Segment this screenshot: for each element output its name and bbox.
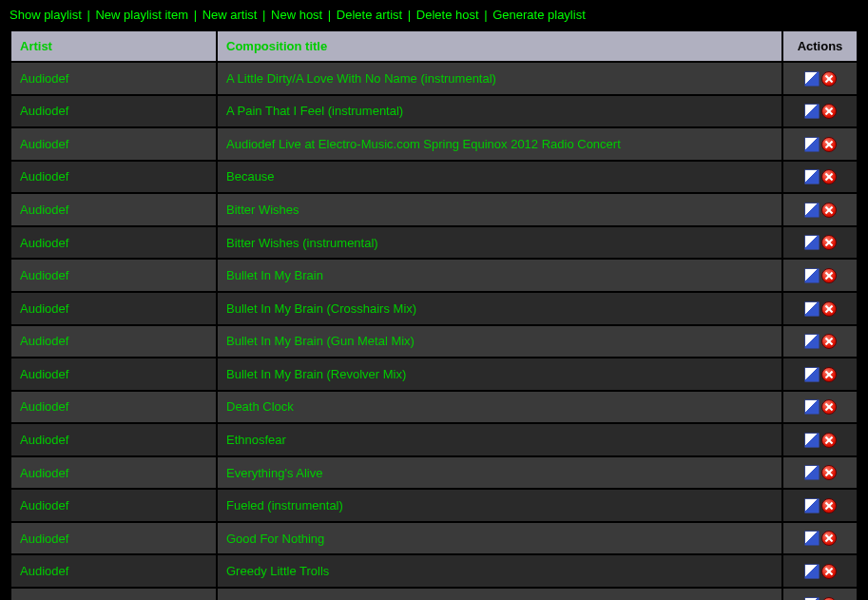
delete-icon[interactable]	[821, 169, 837, 184]
actions-cell	[783, 490, 857, 521]
title-link[interactable]: Because	[226, 169, 275, 184]
edit-icon[interactable]	[804, 564, 820, 579]
artist-link[interactable]: Audiodef	[20, 71, 68, 86]
title-link[interactable]: Greedy Little Trolls	[226, 564, 329, 578]
artist-link[interactable]: Audiodef	[20, 466, 68, 480]
edit-icon[interactable]	[804, 203, 820, 218]
artist-link[interactable]: Audiodef	[20, 532, 68, 546]
edit-icon[interactable]	[804, 597, 820, 600]
nav-generate-playlist[interactable]: Generate playlist	[492, 8, 586, 22]
artist-link[interactable]: Audiodef	[20, 334, 68, 348]
edit-icon[interactable]	[804, 235, 820, 250]
table-row: AudiodefGood For Nothing	[11, 523, 857, 554]
title-link[interactable]: Good For Nothing	[226, 532, 324, 546]
artist-cell: Audiodef	[11, 194, 216, 225]
delete-icon[interactable]	[821, 564, 837, 579]
nav-separator: |	[190, 8, 201, 22]
nav-delete-host[interactable]: Delete host	[416, 8, 479, 22]
title-link[interactable]: Bullet In My Brain	[226, 268, 323, 282]
title-link[interactable]: Audiodef Live at Electro-Music.com Sprin…	[226, 137, 621, 151]
title-cell: Audiodef Live at Electro-Music.com Sprin…	[218, 128, 781, 160]
edit-icon[interactable]	[804, 104, 820, 119]
title-link[interactable]: Bullet In My Brain (Revolver Mix)	[226, 367, 406, 381]
edit-icon[interactable]	[804, 433, 820, 448]
artist-link[interactable]: Audiodef	[20, 268, 68, 282]
title-link[interactable]: Death Clock	[226, 399, 294, 414]
title-link[interactable]: Ethnosfear	[226, 433, 286, 447]
nav-delete-artist[interactable]: Delete artist	[337, 8, 402, 22]
artist-cell: Audiodef	[11, 128, 216, 160]
artist-link[interactable]: Audiodef	[20, 203, 68, 217]
artist-column-header[interactable]: Artist	[11, 31, 216, 61]
artist-link[interactable]: Audiodef	[20, 301, 68, 316]
actions-cell	[783, 293, 857, 324]
nav-new-artist[interactable]: New artist	[203, 8, 258, 22]
title-link[interactable]: Everything's Alive	[226, 466, 322, 480]
actions-cell	[783, 63, 857, 94]
edit-icon[interactable]	[804, 301, 820, 317]
title-cell: Bullet In My Brain (Revolver Mix)	[218, 358, 781, 390]
artist-link[interactable]: Audiodef	[20, 169, 68, 184]
artist-link[interactable]: Audiodef	[20, 236, 68, 250]
title-link[interactable]: Bitter Wishes	[226, 203, 299, 217]
delete-icon[interactable]	[821, 137, 837, 152]
title-link[interactable]: Bitter Wishes (instrumental)	[226, 236, 378, 250]
edit-icon[interactable]	[804, 465, 820, 480]
delete-icon[interactable]	[821, 465, 837, 480]
delete-icon[interactable]	[821, 367, 837, 382]
edit-icon[interactable]	[804, 334, 820, 349]
title-cell: Hypnotised	[218, 589, 781, 600]
artist-link[interactable]: Audiodef	[20, 104, 68, 118]
table-row: AudiodefEverything's Alive	[11, 457, 857, 489]
playlist-table-wrap: Artist Composition title Actions Audiode…	[0, 29, 868, 600]
delete-icon[interactable]	[821, 597, 837, 600]
nav-new-host[interactable]: New host	[271, 8, 322, 22]
artist-link[interactable]: Audiodef	[20, 498, 68, 513]
edit-icon[interactable]	[804, 137, 820, 152]
title-link[interactable]: A Little Dirty/A Love With No Name (inst…	[226, 71, 496, 86]
edit-icon[interactable]	[804, 531, 820, 546]
delete-icon[interactable]	[821, 104, 837, 119]
delete-icon[interactable]	[821, 235, 837, 250]
artist-link[interactable]: Audiodef	[20, 137, 68, 151]
delete-icon[interactable]	[821, 433, 837, 448]
edit-icon[interactable]	[804, 498, 820, 513]
title-cell: A Little Dirty/A Love With No Name (inst…	[218, 63, 781, 94]
nav-new-playlist-item[interactable]: New playlist item	[95, 8, 188, 22]
delete-icon[interactable]	[821, 268, 837, 283]
table-row: AudiodefA Pain That I Feel (instrumental…	[11, 96, 857, 127]
delete-icon[interactable]	[821, 498, 837, 513]
table-row: AudiodefHypnotised	[11, 589, 857, 600]
table-row: AudiodefBullet In My Brain (Crosshairs M…	[11, 293, 857, 324]
nav-separator: |	[324, 8, 335, 22]
delete-icon[interactable]	[821, 301, 837, 317]
delete-icon[interactable]	[821, 334, 837, 349]
edit-icon[interactable]	[804, 71, 820, 87]
artist-link[interactable]: Audiodef	[20, 367, 68, 381]
edit-icon[interactable]	[804, 268, 820, 283]
title-link[interactable]: Bullet In My Brain (Gun Metal Mix)	[226, 334, 415, 348]
delete-icon[interactable]	[821, 399, 837, 415]
title-link[interactable]: A Pain That I Feel (instrumental)	[226, 104, 403, 118]
title-cell: Bullet In My Brain (Gun Metal Mix)	[218, 326, 781, 358]
title-link[interactable]: Bullet In My Brain (Crosshairs Mix)	[226, 301, 416, 316]
artist-link[interactable]: Audiodef	[20, 564, 68, 578]
artist-link[interactable]: Audiodef	[20, 399, 68, 414]
actions-cell	[783, 194, 857, 225]
actions-cell	[783, 424, 857, 455]
delete-icon[interactable]	[821, 203, 837, 218]
edit-icon[interactable]	[804, 169, 820, 184]
title-cell: Bullet In My Brain	[218, 260, 781, 291]
edit-icon[interactable]	[804, 367, 820, 382]
nav-show-playlist[interactable]: Show playlist	[10, 8, 82, 22]
title-link[interactable]: Fueled (instrumental)	[226, 498, 343, 513]
delete-icon[interactable]	[821, 531, 837, 546]
artist-link[interactable]: Audiodef	[20, 433, 68, 447]
delete-icon[interactable]	[821, 71, 837, 87]
nav-separator: |	[84, 8, 94, 22]
artist-cell: Audiodef	[11, 227, 216, 259]
table-row: AudiodefGreedy Little Trolls	[11, 555, 857, 587]
artist-cell: Audiodef	[11, 523, 216, 554]
title-column-header[interactable]: Composition title	[218, 31, 781, 61]
edit-icon[interactable]	[804, 399, 820, 415]
